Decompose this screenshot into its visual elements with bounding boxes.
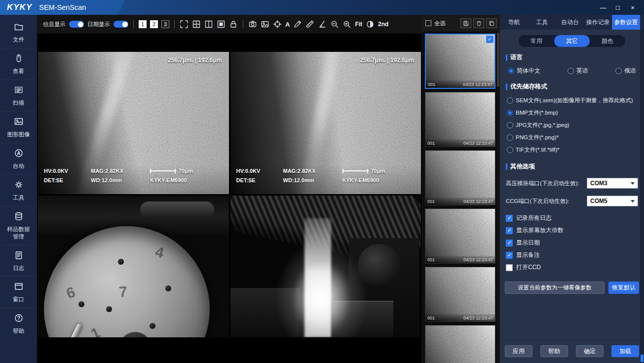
ruler-icon[interactable] <box>305 20 314 29</box>
text-annotation-icon[interactable]: A <box>285 21 290 28</box>
save-button[interactable] <box>460 18 471 28</box>
storage-format-section-header: 优先储存格式 <box>506 82 638 91</box>
sidebar-item-scan[interactable]: 扫描 <box>0 80 37 112</box>
sidebar-item-label: 窗口 <box>13 296 24 303</box>
angle-measure-icon[interactable] <box>318 20 327 29</box>
sidebar-item-tools[interactable]: 工具 <box>0 175 37 206</box>
radio-bmp-format[interactable]: BMP文件(*.bmp) <box>507 107 637 119</box>
thumbnail-item[interactable]: 00104/23 12:23:47 <box>425 150 495 205</box>
sidebar-item-log[interactable]: 日志 <box>0 245 37 277</box>
radio-sem-format[interactable]: SEM文件(.sem)(如图像用于测量，推荐此格式) <box>507 94 637 107</box>
checkbox-label: 记录所有日志 <box>516 214 552 222</box>
radio-tif-format[interactable]: TIF文件(*.tif.*tiff)* <box>507 144 637 156</box>
stage-hole <box>150 323 155 329</box>
sidebar-item-view[interactable]: 查看 <box>0 48 37 80</box>
lock-icon[interactable] <box>229 20 238 29</box>
checkbox-log-all[interactable]: 记录所有日志 <box>506 212 638 224</box>
tab-operation-log[interactable]: 操作记录 <box>584 15 612 30</box>
select-all-checkbox[interactable] <box>425 20 431 26</box>
export-button[interactable] <box>486 18 497 28</box>
set-current-params-button[interactable]: 设置当前参数为一键看像参数 <box>505 282 605 294</box>
checkbox-show-date[interactable]: 显示日期 <box>506 237 638 249</box>
radio-english[interactable]: 英语 <box>568 67 588 75</box>
checkbox-label: 显示日期 <box>516 239 540 247</box>
info-display-toggle[interactable] <box>69 21 84 28</box>
delete-button[interactable] <box>473 18 484 28</box>
stage-hole <box>165 285 171 291</box>
subtab-other[interactable]: 其它 <box>554 35 590 47</box>
thumbnail-item[interactable]: 00104/23 12:23:47 <box>425 34 495 89</box>
thumbnail-item[interactable]: 00104/23 12:23:47 <box>425 267 495 322</box>
chamber-camera-viewport[interactable] <box>230 196 421 337</box>
stage-camera-viewport[interactable]: 6 4 7 1 <box>38 196 229 337</box>
date-display-toggle[interactable] <box>114 21 128 28</box>
sidebar-item-window[interactable]: 窗口 <box>0 277 37 308</box>
ccg-port-select[interactable]: COM5 <box>587 196 638 206</box>
subtab-common[interactable]: 常用 <box>519 35 554 47</box>
sem-image-viewport-2[interactable]: 256.7μm. | 192.6μm HV:0.0KV MAG:2.82KX 7… <box>230 52 421 194</box>
radio-label: JPG文件(*.jpg,*.jpeg) <box>516 121 569 129</box>
scale-label: 70μm <box>179 168 193 174</box>
radio-simplified-chinese[interactable]: 简体中文 <box>508 67 540 75</box>
tab-tools[interactable]: 工具 <box>528 15 556 30</box>
restore-default-button[interactable]: 恢复默认 <box>608 282 639 294</box>
layout-split-icon[interactable] <box>204 20 213 29</box>
subtab-color[interactable]: 颜色 <box>590 35 625 47</box>
sidebar-item-file[interactable]: 文件 <box>0 17 37 48</box>
checkbox-open-ccd[interactable]: 打开CCD <box>506 261 638 274</box>
sem-image-viewport-1[interactable]: 256.7μm. | 192.6μm HV:0.0KV MAG:2.82KX 7… <box>38 52 229 194</box>
thumbnail-item[interactable]: 00104/23 12:23:47 <box>425 92 495 147</box>
sidebar-item-help[interactable]: 帮助 <box>0 308 37 339</box>
info-display-label: 信息显示 <box>43 21 66 28</box>
thumbnail-item[interactable]: 00104/23 12:23:47 <box>425 208 495 264</box>
radio-jpg-format[interactable]: JPG文件(*.jpg,*.jpeg) <box>507 119 637 131</box>
sidebar: 文件 查看 扫描 图形图像 自动 工具 <box>0 15 37 363</box>
scrollbar-thumb[interactable] <box>497 33 499 87</box>
view-2-button[interactable]: 2 <box>150 20 158 28</box>
thumb-shading <box>425 151 495 205</box>
tab-parameter-settings[interactable]: 参数设置 <box>612 15 640 30</box>
sidebar-item-graphics-image[interactable]: 图形图像 <box>0 112 37 143</box>
right-panel-scrollbar[interactable] <box>640 30 644 363</box>
checkbox-show-screen-mag[interactable]: 显示屏幕放大倍数 <box>506 224 638 237</box>
thumbnail-panel: 全选 00104/23 12:23:47 <box>422 15 500 363</box>
camera-icon[interactable] <box>248 20 257 29</box>
crosshair-icon[interactable] <box>273 20 282 29</box>
zoom-out-icon[interactable] <box>330 20 339 29</box>
checkbox-label: 显示备注 <box>516 251 540 259</box>
ok-button[interactable]: 确定 <box>576 345 604 357</box>
layout-single-icon[interactable] <box>217 20 226 29</box>
pen-icon[interactable] <box>293 20 302 29</box>
thumbnail-name: 001 <box>428 82 435 87</box>
sidebar-item-label: 扫描 <box>13 99 24 107</box>
second-button[interactable]: 2nd <box>378 21 388 28</box>
snapshot-icon[interactable] <box>261 20 269 29</box>
maximize-button[interactable]: □ <box>611 2 624 13</box>
checkbox-icon <box>506 227 513 234</box>
load-button[interactable]: 加载 <box>611 345 639 357</box>
window-controls: — □ × <box>597 2 644 13</box>
layout-grid-icon[interactable] <box>192 20 201 29</box>
thumbnail-scrollbar[interactable] <box>496 32 500 363</box>
close-button[interactable]: × <box>626 2 639 13</box>
thumbnail-item[interactable]: 00104/23 12:23:47 <box>425 325 495 363</box>
tab-navigation[interactable]: 导航 <box>500 15 528 30</box>
view-1-button[interactable]: 1 <box>139 20 147 28</box>
layout-quad-icon[interactable] <box>180 20 189 29</box>
help-button[interactable]: 帮助 <box>540 345 568 357</box>
hv-port-select[interactable]: COM3 <box>587 178 638 189</box>
minimize-button[interactable]: — <box>597 2 609 13</box>
zoom-in-icon[interactable] <box>342 20 351 29</box>
fit-button[interactable]: Fit <box>355 21 362 28</box>
tab-auto-stage[interactable]: 自动台 <box>556 15 584 30</box>
radio-png-format[interactable]: PNG文件(*.png)* <box>507 131 637 144</box>
sidebar-item-sample-data[interactable]: 样品数据管理 <box>0 206 37 245</box>
apply-button[interactable]: 应用 <box>505 345 532 357</box>
radio-russian[interactable]: 俄语 <box>615 67 636 75</box>
sidebar-item-auto[interactable]: 自动 <box>0 143 37 175</box>
checkbox-show-remark[interactable]: 显示备注 <box>506 249 638 261</box>
contrast-icon[interactable] <box>366 20 375 29</box>
scrollbar-thumb[interactable] <box>641 355 644 362</box>
view-3-button[interactable]: 3 <box>161 20 169 28</box>
chamber-light-glow <box>275 239 369 337</box>
